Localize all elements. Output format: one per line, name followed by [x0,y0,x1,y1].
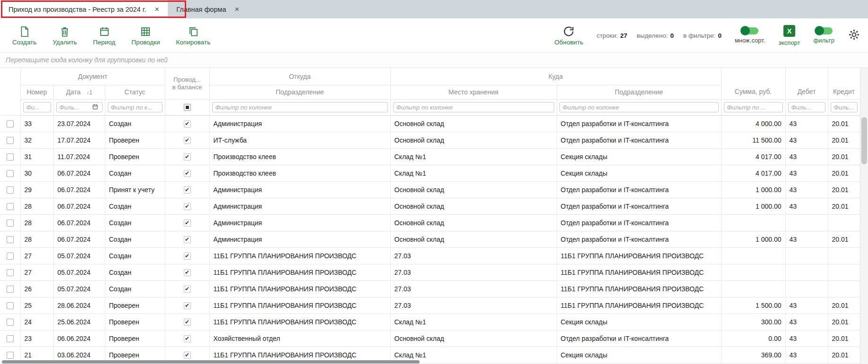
cell-status[interactable]: Принят к учету [105,181,165,198]
period-button[interactable]: Период [93,25,115,46]
cell-posted[interactable]: ✔ [165,231,209,247]
cell-to-division[interactable]: Секция склады [557,165,721,181]
cell-debit[interactable]: 43 [785,313,828,330]
table-row[interactable]: 23 06.06.2024 Проверен ✔ Хозяйственный о… [0,330,860,347]
cell-date[interactable]: 25.06.2024 [53,313,105,330]
cell-amount[interactable] [721,214,785,231]
table-row[interactable]: 31 11.07.2024 Проверен ✔ Производство кл… [0,148,860,165]
cell-status[interactable]: Создан [105,247,165,264]
cell-from-division[interactable]: Производство клеев [209,148,390,165]
postings-button[interactable]: Проводки [131,25,160,46]
cell-date[interactable]: 06.07.2024 [53,231,105,247]
filter-credit-input[interactable] [831,102,858,112]
row-select-cell[interactable] [0,264,20,280]
cell-amount[interactable] [721,264,785,280]
cell-from-division[interactable]: 11Б1 ГРУППА ПЛАНИРОВАНИЯ ПРОИЗВОДС [209,280,390,297]
cell-posted[interactable]: ✔ [165,330,209,347]
cell-number[interactable]: 27 [20,264,53,280]
cell-posted[interactable]: ✔ [165,214,209,231]
horizontal-scrollbar[interactable] [0,360,860,364]
column-header-amount[interactable]: Сумма, руб. [721,68,785,99]
cell-from-division[interactable]: Администрация [209,198,390,214]
cell-storage[interactable]: Основной склад [390,181,557,198]
cell-credit[interactable]: 20.01 [828,115,860,132]
cell-storage[interactable]: Основной склад [390,198,557,214]
cell-to-division[interactable]: Секция склады [557,148,721,165]
cell-to-division[interactable]: Отдел разработки и IT-консалтинга [557,214,721,231]
cell-number[interactable]: 28 [20,214,53,231]
cell-from-division[interactable]: Хозяйственный отдел [209,330,390,347]
cell-from-division[interactable]: 11Б1 ГРУППА ПЛАНИРОВАНИЯ ПРОИЗВОДС [209,264,390,280]
posted-checkbox[interactable]: ✔ [184,203,191,210]
cell-date[interactable]: 06.07.2024 [53,165,105,181]
cell-posted[interactable]: ✔ [165,313,209,330]
copy-button[interactable]: Копировать [176,25,211,46]
row-select-cell[interactable] [0,313,20,330]
cell-amount[interactable]: 4 017.00 [721,148,785,165]
posted-checkbox[interactable]: ✔ [184,120,191,127]
cell-posted[interactable]: ✔ [165,198,209,214]
cell-storage[interactable]: Основной склад [390,214,557,231]
table-row[interactable]: 26 05.07.2024 Создан ✔ 11Б1 ГРУППА ПЛАНИ… [0,280,860,297]
cell-posted[interactable]: ✔ [165,165,209,181]
cell-credit[interactable]: 20.01 [828,148,860,165]
cell-debit[interactable]: 43 [785,198,828,214]
column-header-posted-in-balance[interactable]: Провод... в балансе [165,68,209,99]
cell-number[interactable]: 30 [20,165,53,181]
cell-from-division[interactable]: Администрация [209,181,390,198]
cell-debit[interactable]: 43 [785,231,828,247]
posted-checkbox[interactable]: ✔ [184,153,191,161]
cell-storage[interactable]: Склад №1 [390,313,557,330]
cell-debit[interactable] [785,264,828,280]
cell-from-division[interactable]: Администрация [209,115,390,132]
filter-debit-input[interactable] [788,102,825,112]
table-row[interactable]: 28 06.07.2024 Создан ✔ Администрация Осн… [0,198,860,214]
cell-date[interactable]: 05.07.2024 [53,280,105,297]
row-select-checkbox[interactable] [7,236,14,243]
row-select-checkbox[interactable] [7,319,14,326]
cell-to-division[interactable]: 11Б1 ГРУППА ПЛАНИРОВАНИЯ ПРОИЗВОДС [557,297,721,313]
table-row[interactable]: 27 05.07.2024 Создан ✔ 11Б1 ГРУППА ПЛАНИ… [0,264,860,280]
table-row[interactable]: 28 06.07.2024 Создан ✔ Администрация Осн… [0,231,860,247]
column-header-credit[interactable]: Кредит [828,68,860,99]
row-select-cell[interactable] [0,148,20,165]
column-header-debit[interactable]: Дебет [785,68,828,99]
tab-prihod-iz-proizvodstva[interactable]: Приход из производства - Реестр за 2024 … [0,0,168,18]
cell-posted[interactable]: ✔ [165,132,209,148]
excel-export-icon[interactable]: X [783,25,795,37]
vertical-scrollbar-thumb[interactable] [861,117,867,164]
filter-amount-input[interactable] [724,102,783,112]
cell-debit[interactable]: 43 [785,165,828,181]
cell-credit[interactable] [828,214,860,231]
cell-posted[interactable]: ✔ [165,297,209,313]
cell-credit[interactable]: 20.01 [828,330,860,347]
filter-number-input[interactable] [23,102,51,112]
row-select-cell[interactable] [0,214,20,231]
cell-storage[interactable]: Склад №1 [390,148,557,165]
cell-to-division[interactable]: Секция склады [557,313,721,330]
cell-credit[interactable]: 20.01 [828,231,860,247]
cell-status[interactable]: Создан [105,165,165,181]
cell-storage[interactable]: 27.03 [390,264,557,280]
create-button[interactable]: Создать [12,25,36,46]
row-select-checkbox[interactable] [7,120,14,127]
cell-status[interactable]: Создан [105,115,165,132]
cell-storage[interactable]: Основной склад [390,115,557,132]
cell-to-division[interactable]: 11Б1 ГРУППА ПЛАНИРОВАНИЯ ПРОИЗВОДС [557,280,721,297]
cell-posted[interactable]: ✔ [165,264,209,280]
tab-glavnaya-forma[interactable]: Главная форма × [168,0,248,18]
cell-credit[interactable]: 20.01 [828,198,860,214]
cell-storage[interactable]: Основной склад [390,231,557,247]
cell-posted[interactable]: ✔ [165,247,209,264]
tab-close-icon[interactable]: × [235,5,240,13]
settings-button[interactable] [848,28,860,43]
cell-storage[interactable]: Основной склад [390,132,557,148]
row-select-cell[interactable] [0,247,20,264]
cell-status[interactable]: Проверен [105,330,165,347]
cell-debit[interactable] [785,280,828,297]
cell-credit[interactable]: 20.01 [828,297,860,313]
cell-amount[interactable]: 11 500.00 [721,132,785,148]
row-select-cell[interactable] [0,330,20,347]
multisort-toggle[interactable]: множ.сорт. [735,27,765,44]
cell-credit[interactable] [828,247,860,264]
